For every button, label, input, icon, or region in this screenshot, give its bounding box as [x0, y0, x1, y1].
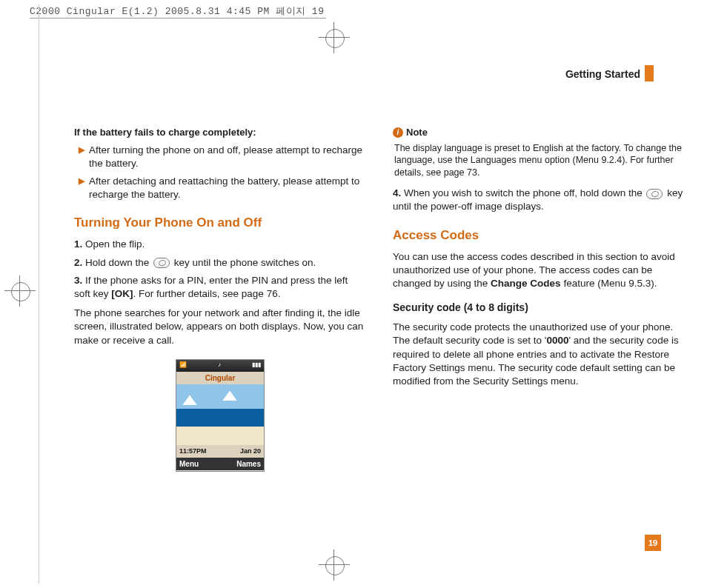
end-key-icon — [646, 189, 663, 199]
ok-key-label: [OK] — [111, 288, 133, 299]
step-text-b: . For further details, see page 76. — [133, 288, 281, 299]
bullet-arrow-icon: ▶ — [79, 175, 84, 188]
info-icon: i — [393, 127, 403, 138]
umbrella-icon — [222, 390, 237, 401]
right-column: i Note The display language is preset to… — [393, 126, 685, 472]
step-text-pre: When you wish to switch the phone off, h… — [401, 187, 645, 198]
print-header: C2000 Cingular E(1.2) 2005.8.31 4:45 PM … — [30, 4, 324, 18]
header-rule — [30, 18, 326, 19]
phone-status-bar: 📶 ♪ ▮▮▮ — [176, 360, 264, 372]
page-number: 19 — [645, 535, 661, 551]
umbrella-icon — [182, 395, 197, 405]
step-number: 3. — [74, 275, 82, 286]
wallpaper-beach — [176, 384, 264, 445]
heading-access-codes: Access Codes — [393, 227, 685, 244]
security-paragraph: The security code protects the unauthori… — [393, 321, 685, 388]
carrier-label: Cingular — [176, 372, 264, 385]
heading-turning-phone: Turning Your Phone On and Off — [74, 215, 366, 232]
bullet-text: After detaching and reattaching the batt… — [89, 175, 366, 201]
note-body: The display language is preset to Englis… — [394, 142, 685, 180]
battery-bullet: ▶ After detaching and reattaching the ba… — [79, 175, 366, 201]
phone-date: Jan 20 — [240, 447, 261, 455]
signal-icon: 📶 — [179, 361, 187, 370]
step-text-post: key until the phone switches on. — [171, 257, 316, 268]
phone-screenshot: 📶 ♪ ▮▮▮ Cingular 11:57PM Jan 20 Menu Nam… — [176, 359, 265, 472]
access-text-b: feature (Menu 9.5.3). — [561, 278, 657, 289]
page-body: Getting Started If the battery fails to … — [44, 37, 700, 558]
bullet-text: After turning the phone on and off, plea… — [89, 144, 366, 170]
running-header: Getting Started — [565, 68, 640, 80]
search-paragraph: The phone searches for your network and … — [74, 307, 366, 347]
battery-fail-title: If the battery fails to charge completel… — [74, 126, 366, 139]
note-icon: ♪ — [218, 361, 221, 370]
battery-icon: ▮▮▮ — [252, 361, 261, 370]
end-key-icon — [153, 258, 170, 268]
registration-mark-left — [4, 275, 36, 307]
step-1: 1. Open the flip. — [74, 238, 366, 251]
battery-bullet: ▶ After turning the phone on and off, pl… — [79, 144, 366, 170]
heading-security-code: Security code (4 to 8 digits) — [393, 301, 685, 315]
step-text-pre: Hold down the — [82, 257, 152, 268]
phone-time-date: 11:57PM Jan 20 — [176, 445, 264, 457]
phone-softkeys: Menu Names — [176, 458, 264, 471]
crop-mark-vertical — [39, 4, 39, 584]
step-number: 2. — [74, 257, 82, 268]
step-2: 2. Hold down the key until the phone swi… — [74, 256, 366, 270]
note-label: Note — [406, 126, 428, 139]
step-4: 4. When you wish to switch the phone off… — [393, 187, 685, 213]
step-number: 4. — [393, 187, 401, 198]
step-text: Open the flip. — [82, 238, 145, 250]
phone-time: 11:57PM — [179, 447, 207, 455]
access-paragraph: You can use the access codes described i… — [393, 250, 685, 291]
change-codes-label: Change Codes — [491, 278, 561, 289]
step-number: 1. — [74, 238, 82, 250]
step-3: 3. If the phone asks for a PIN, enter th… — [74, 274, 366, 301]
bullet-arrow-icon: ▶ — [79, 144, 84, 157]
left-column: If the battery fails to charge completel… — [74, 126, 366, 472]
softkey-left: Menu — [179, 459, 199, 470]
section-tab-icon — [645, 65, 654, 81]
softkey-right: Names — [236, 459, 261, 470]
default-code: 0000 — [546, 335, 568, 346]
note-box: i Note The display language is preset to… — [393, 126, 685, 179]
